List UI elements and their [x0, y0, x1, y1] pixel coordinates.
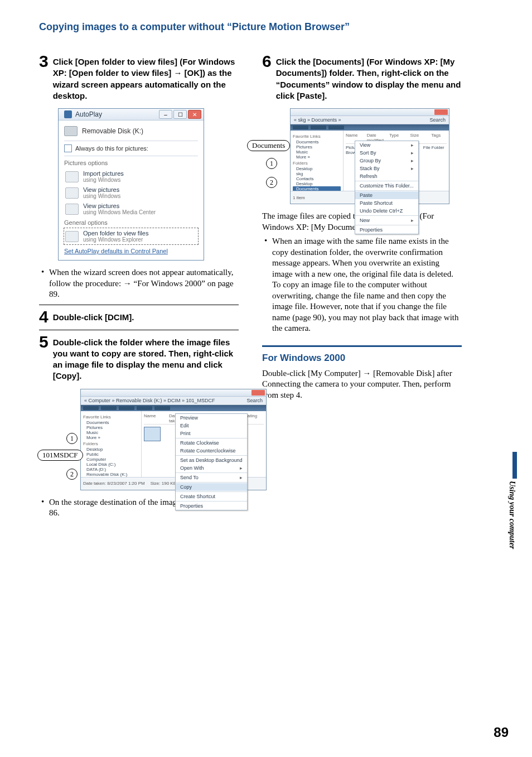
- opt-open-folder[interactable]: Open folder to view files using Windows …: [64, 228, 198, 244]
- opt-title: Open folder to view files: [83, 230, 148, 237]
- address-bar[interactable]: « skg » Documents »: [294, 117, 341, 123]
- step-text: Double-click [DCIM].: [53, 312, 134, 323]
- autoplay-defaults-link[interactable]: Set AutoPlay defaults in Control Panel: [64, 248, 198, 254]
- pictures-group-label: Pictures options: [64, 160, 198, 166]
- ctx-properties[interactable]: Properties: [355, 226, 418, 234]
- ctx-rotate-ccw[interactable]: Rotate Counterclockwise: [176, 447, 247, 455]
- ctx-open-with[interactable]: Open With: [176, 464, 247, 472]
- drive-row: Removable Disk (K:): [64, 126, 198, 136]
- windows2000-heading: For Windows 2000: [262, 345, 462, 364]
- always-checkbox[interactable]: [64, 144, 72, 152]
- step-text: Click [Open folder to view files] (For W…: [53, 56, 239, 102]
- callout-documents-label: Documents: [247, 140, 290, 151]
- minimize-icon[interactable]: –: [159, 110, 172, 119]
- selected-documents[interactable]: Documents: [293, 186, 341, 191]
- opt-title: View pictures: [83, 186, 120, 193]
- callout-circle-2: 2: [66, 469, 78, 480]
- step-text: Click the [Documents] (For Windows XP: […: [276, 56, 462, 102]
- callout-folder-label: 101MSDCF: [37, 450, 83, 461]
- row-type: File Folder: [423, 145, 447, 155]
- selected-image-thumb[interactable]: [144, 427, 161, 441]
- search-box[interactable]: Search: [429, 117, 446, 123]
- step-text: Double-click the folder where the image …: [53, 337, 239, 382]
- ctx-paste-shortcut[interactable]: Paste Shortcut: [355, 199, 418, 207]
- ctx-set-bg[interactable]: Set as Desktop Background: [176, 456, 247, 464]
- general-group-label: General options: [64, 219, 198, 226]
- bullet-after-step3: • When the wizard screen does not appear…: [41, 267, 239, 300]
- opt-view-wmc[interactable]: View pictures using Windows Media Center: [64, 201, 198, 217]
- opt-sub: using Windows: [83, 193, 120, 199]
- windows2000-body: Double-click [My Computer] → [Removable …: [262, 368, 462, 401]
- opt-sub: using Windows: [83, 177, 124, 183]
- ctx-edit[interactable]: Edit: [176, 422, 247, 430]
- opt-view-win[interactable]: View pictures using Windows: [64, 185, 198, 201]
- step-number: 4: [39, 308, 49, 325]
- step-number: 5: [39, 334, 49, 350]
- ctx-customize[interactable]: Customize This Folder...: [355, 182, 418, 190]
- ctx-print[interactable]: Print: [176, 430, 247, 437]
- ctx-stackby[interactable]: Stack By: [355, 165, 418, 172]
- ctx-groupby[interactable]: Group By: [355, 157, 418, 165]
- step-4: 4 Double-click [DCIM].: [39, 305, 239, 325]
- ctx-paste[interactable]: Paste: [355, 191, 418, 199]
- ctx-preview[interactable]: Preview: [176, 414, 247, 422]
- maximize-icon[interactable]: ☐: [173, 110, 187, 119]
- explorer-sidebar: Favorite Links Documents Pictures Music …: [81, 411, 142, 477]
- context-menu-copy: Preview Edit Print Rotate Clockwise Rota…: [175, 413, 248, 510]
- page-number: 89: [494, 725, 509, 740]
- explorer-sidebar: Favorite Links Documents Pictures Music …: [291, 131, 344, 191]
- address-bar[interactable]: « Computer » Removable Disk (K:) » DCIM …: [84, 398, 215, 403]
- ctx-sortby[interactable]: Sort By: [355, 149, 418, 157]
- bullet-after-step6: • When an image with the same file name …: [264, 236, 462, 334]
- gallery-icon: [65, 187, 79, 199]
- opt-sub: using Windows Explorer: [83, 237, 148, 243]
- explorer-paste-window: Documents 1 2 « skg » Documents » Search…: [290, 108, 449, 204]
- step-number: 6: [262, 53, 272, 70]
- close-icon[interactable]: ✕: [188, 110, 201, 119]
- drive-icon: [64, 126, 78, 136]
- opt-title: View pictures: [83, 202, 156, 209]
- opt-sub: using Windows Media Center: [83, 209, 156, 215]
- folder-icon: [65, 231, 79, 242]
- search-box[interactable]: Search: [246, 398, 263, 403]
- ctx-rotate-cw[interactable]: Rotate Clockwise: [176, 439, 247, 447]
- ctx-send-to[interactable]: Send To: [176, 474, 247, 481]
- section-header: Copying images to a computer without “Pi…: [39, 21, 499, 33]
- callout-circle-1: 1: [66, 433, 78, 444]
- ctx-create-shortcut[interactable]: Create Shortcut: [176, 493, 247, 500]
- ctx-copy[interactable]: Copy: [176, 483, 247, 491]
- explorer-copy-window: 101MSDCF 1 2 « Computer » Removable Disk…: [80, 389, 267, 490]
- step-5: 5 Double-click the folder where the imag…: [39, 330, 239, 382]
- callout-circle-1: 1: [266, 158, 277, 169]
- ctx-properties[interactable]: Properties: [176, 502, 247, 510]
- step-6: 6 Click the [Documents] (For Windows XP:…: [262, 53, 462, 102]
- camera-icon: [65, 171, 79, 182]
- context-menu-paste: View Sort By Group By Stack By Refresh C…: [355, 141, 419, 234]
- explorer-toolbar: [291, 124, 449, 131]
- opt-title: Import pictures: [83, 170, 124, 177]
- autoplay-titlebar: AutoPlay – ☐ ✕: [59, 109, 204, 120]
- ctx-refresh[interactable]: Refresh: [355, 172, 418, 180]
- autoplay-title: AutoPlay: [75, 110, 102, 118]
- autoplay-window: AutoPlay – ☐ ✕ Removable Disk (K:): [58, 108, 204, 261]
- step-3: 3 Click [Open folder to view files] (For…: [39, 53, 239, 102]
- drive-label: Removable Disk (K:): [82, 127, 143, 135]
- ctx-view[interactable]: View: [355, 141, 418, 149]
- always-label: Always do this for pictures:: [75, 145, 148, 152]
- explorer-toolbar: [81, 405, 266, 411]
- ctx-undo[interactable]: Undo Delete Ctrl+Z: [355, 207, 418, 215]
- ctx-new[interactable]: New: [355, 216, 418, 224]
- mediacenter-icon: [65, 204, 79, 215]
- step-number: 3: [39, 53, 49, 70]
- chapter-side-tab: Using your computer: [507, 452, 522, 549]
- callout-circle-2: 2: [266, 177, 277, 188]
- autoplay-icon: [64, 110, 72, 118]
- opt-import[interactable]: Import pictures using Windows: [64, 168, 198, 185]
